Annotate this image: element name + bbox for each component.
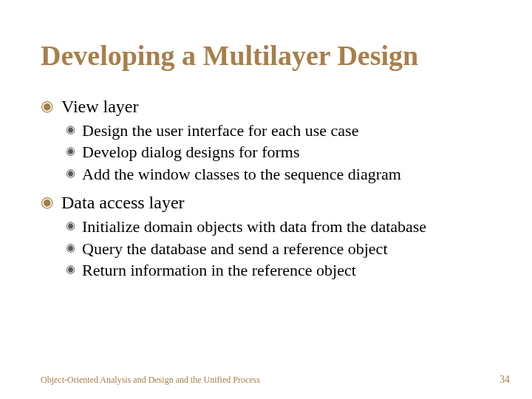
- bullet-icon: ◉: [66, 166, 75, 180]
- list-item-text: Add the window classes to the sequence d…: [82, 165, 401, 183]
- list-item: ◉ Return information in the reference ob…: [41, 260, 491, 281]
- section-heading-text: Data access layer: [61, 193, 185, 212]
- footer-text: Object-Oriented Analysis and Design and …: [41, 375, 260, 386]
- list-item-text: Return information in the reference obje…: [82, 261, 356, 279]
- section-items: ◉ Initialize domain objects with data fr…: [41, 216, 491, 281]
- section-heading: ◉ Data access layer: [41, 191, 491, 214]
- section-heading-text: View layer: [61, 97, 139, 116]
- slide-title: Developing a Multilayer Design: [41, 41, 491, 72]
- page-number: 34: [499, 374, 510, 386]
- list-item-text: Query the database and send a reference …: [82, 239, 388, 258]
- bullet-icon: ◉: [41, 97, 53, 115]
- list-item: ◉ Query the database and send a referenc…: [41, 239, 491, 259]
- bullet-icon: ◉: [66, 144, 75, 158]
- list-item-text: Initialize domain objects with data from…: [82, 217, 426, 236]
- list-item: ◉ Develop dialog designs for forms: [41, 142, 491, 163]
- bullet-icon: ◉: [66, 241, 75, 255]
- list-item: ◉ Initialize domain objects with data fr…: [41, 216, 491, 237]
- list-item: ◉ Design the user interface for each use…: [41, 120, 491, 141]
- list-item: ◉ Add the window classes to the sequence…: [41, 164, 491, 185]
- section-heading: ◉ View layer: [41, 95, 491, 117]
- slide: Developing a Multilayer Design ◉ View la…: [0, 0, 532, 399]
- section-items: ◉ Design the user interface for each use…: [41, 120, 491, 185]
- bullet-icon: ◉: [66, 219, 75, 233]
- bullet-icon: ◉: [41, 193, 53, 211]
- list-item-text: Design the user interface for each use c…: [82, 121, 358, 140]
- bullet-icon: ◉: [66, 123, 75, 137]
- bullet-icon: ◉: [66, 262, 75, 276]
- list-item-text: Develop dialog designs for forms: [82, 143, 300, 161]
